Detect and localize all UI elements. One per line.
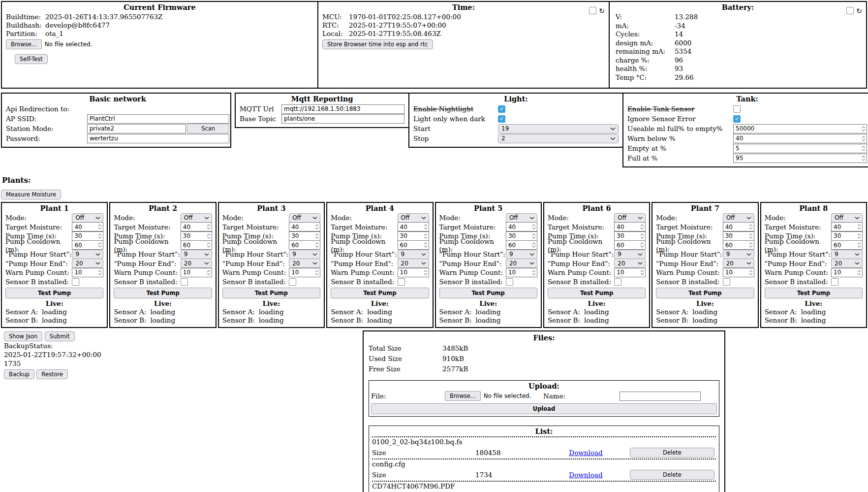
number-spinner-icon[interactable] [749,224,753,230]
target-moisture-input[interactable]: 40 [181,222,212,231]
number-spinner-icon[interactable] [207,242,211,248]
pump-hour-start-select[interactable]: 9 [723,250,754,259]
upload-button[interactable]: Upload [371,403,717,414]
delete-button[interactable]: Delete [630,448,714,458]
number-spinner-icon[interactable] [857,224,861,230]
refresh-icon[interactable]: ↻ [856,7,862,14]
pump-hour-start-select[interactable]: 9 [506,250,537,259]
number-spinner-icon[interactable] [857,242,861,248]
sensor-b-installed-checkbox[interactable] [289,278,296,286]
pump-time-input[interactable]: 30 [181,231,212,241]
pump-time-input[interactable]: 30 [289,231,320,241]
number-spinner-icon[interactable] [424,224,428,230]
pump-hour-start-select[interactable]: 9 [398,250,429,259]
number-spinner-icon[interactable] [207,224,211,230]
pump-hour-start-select[interactable]: 9 [72,250,103,259]
pump-cooldown-input[interactable]: 60 [398,240,429,250]
pump-hour-end-select[interactable]: 20 [72,259,103,268]
warn-pump-count-input[interactable]: 10 [831,268,863,277]
number-spinner-icon[interactable] [315,242,319,248]
pump-cooldown-input[interactable]: 60 [181,240,212,250]
sensor-b-installed-checkbox[interactable] [614,278,621,286]
test-pump-button[interactable]: Test Pump [222,288,320,298]
mqtt-url-input[interactable] [281,104,404,114]
download-link[interactable]: Download [569,449,602,457]
pump-time-input[interactable]: 30 [723,231,754,241]
warn-pump-count-input[interactable]: 10 [289,268,320,277]
number-spinner-icon[interactable] [315,270,319,275]
target-moisture-input[interactable]: 40 [506,222,537,231]
mode-select[interactable]: Off [506,213,537,223]
scan-button[interactable]: Scan [187,124,229,133]
self-test-button[interactable]: Self-Test [15,54,48,64]
light-only-dark-checkbox[interactable]: ✓ [498,115,505,123]
pump-hour-start-select[interactable]: 9 [289,250,320,259]
pump-hour-start-select[interactable]: 9 [181,250,212,259]
number-spinner-icon[interactable] [749,242,753,248]
number-spinner-icon[interactable] [98,233,102,239]
test-pump-button[interactable]: Test Pump [114,288,212,298]
sensor-b-installed-checkbox[interactable] [72,278,79,286]
light-start-select[interactable]: 19 [498,124,619,133]
pump-time-input[interactable]: 30 [398,231,429,241]
test-pump-button[interactable]: Test Pump [656,288,754,298]
target-moisture-input[interactable]: 40 [72,222,103,231]
useable-ml-input[interactable]: 50000 [733,124,867,133]
test-pump-button[interactable]: Test Pump [5,288,103,298]
show-json-button[interactable]: Show Json [4,331,42,341]
pump-cooldown-input[interactable]: 60 [289,240,320,250]
warn-pump-count-input[interactable]: 10 [723,268,754,277]
mode-select[interactable]: Off [614,213,646,223]
pump-time-input[interactable]: 30 [831,231,863,241]
station-ssid-input[interactable] [87,124,186,133]
number-spinner-icon[interactable] [424,270,428,275]
pump-hour-end-select[interactable]: 20 [723,259,754,268]
sensor-b-installed-checkbox[interactable] [723,278,730,286]
number-spinner-icon[interactable] [98,242,102,248]
pump-time-input[interactable]: 30 [506,231,537,241]
warn-below-input[interactable]: 40 [733,134,867,143]
number-spinner-icon[interactable] [98,224,102,230]
firmware-browse-button[interactable]: Browse... [6,39,42,49]
number-spinner-icon[interactable] [315,233,319,239]
pump-time-input[interactable]: 30 [72,231,103,241]
ignore-sensor-error-checkbox[interactable]: ✓ [733,115,741,123]
pump-cooldown-input[interactable]: 60 [506,240,537,250]
pump-hour-start-select[interactable]: 9 [831,250,863,259]
number-spinner-icon[interactable] [315,224,319,230]
target-moisture-input[interactable]: 40 [289,222,320,231]
number-spinner-icon[interactable] [857,270,861,275]
enable-tank-sensor-checkbox[interactable] [733,105,741,113]
mode-select[interactable]: Off [181,213,212,223]
delete-button[interactable]: Delete [630,470,714,480]
number-spinner-icon[interactable] [640,242,644,248]
base-topic-input[interactable] [281,114,404,124]
mode-select[interactable]: Off [72,213,103,223]
mode-select[interactable]: Off [831,213,863,223]
target-moisture-input[interactable]: 40 [723,222,754,231]
submit-button[interactable]: Submit [45,331,75,341]
number-spinner-icon[interactable] [749,233,753,239]
target-moisture-input[interactable]: 40 [398,222,429,231]
sensor-b-installed-checkbox[interactable] [831,278,838,286]
number-spinner-icon[interactable] [424,233,428,239]
test-pump-button[interactable]: Test Pump [331,288,429,298]
number-spinner-icon[interactable] [862,136,866,141]
pump-cooldown-input[interactable]: 60 [831,240,863,250]
sensor-b-installed-checkbox[interactable] [181,278,188,286]
pump-cooldown-input[interactable]: 60 [614,240,646,250]
pump-hour-end-select[interactable]: 20 [506,259,537,268]
pump-time-input[interactable]: 30 [614,231,646,241]
light-stop-select[interactable]: 2 [498,134,619,143]
warn-pump-count-input[interactable]: 10 [72,268,103,277]
pump-hour-end-select[interactable]: 20 [289,259,320,268]
number-spinner-icon[interactable] [749,270,753,275]
upload-name-input[interactable] [620,392,701,401]
sensor-b-installed-checkbox[interactable] [506,278,513,286]
ap-ssid-input[interactable] [87,114,229,124]
number-spinner-icon[interactable] [857,233,861,239]
number-spinner-icon[interactable] [207,233,211,239]
pump-hour-end-select[interactable]: 20 [181,259,212,268]
mode-select[interactable]: Off [398,213,429,223]
number-spinner-icon[interactable] [862,156,866,161]
